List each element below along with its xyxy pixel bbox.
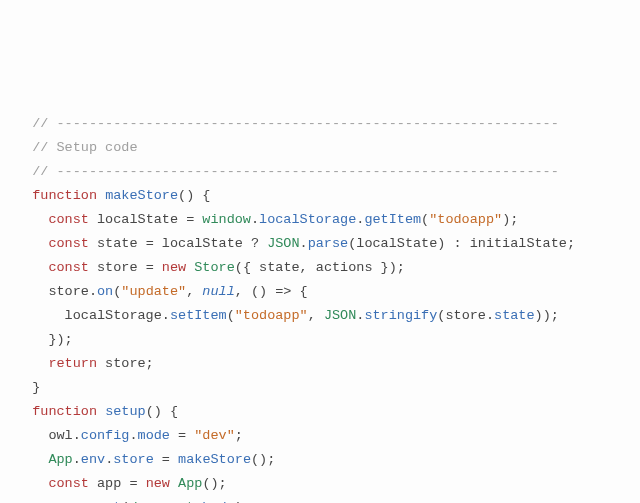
code-token-p: , () => { [235,284,308,299]
code-line: const app = new App(); [16,472,632,496]
code-line: // -------------------------------------… [16,112,632,136]
code-block: // -------------------------------------… [16,112,632,503]
code-line: localStorage.setItem("todoapp", JSON.str… [16,304,632,328]
code-line: const state = localState ? JSON.parse(lo… [16,232,632,256]
code-token-p: (localState) : initialState; [348,236,575,251]
code-token-sp [16,164,32,179]
code-token-pr: env [81,452,105,467]
code-token-kw: function [32,404,97,419]
code-token-p: state = localState ? [89,236,267,251]
code-token-kw: new [146,476,170,491]
code-token-p: , [308,308,324,323]
code-token-p: () { [178,188,210,203]
code-token-sp [16,212,48,227]
code-token-st: "update" [121,284,186,299]
code-token-sp [16,308,65,323]
code-line: app.mount(document.body); [16,496,632,503]
code-line: // Setup code [16,136,632,160]
code-token-p: app = [89,476,146,491]
code-token-sp [16,236,48,251]
code-token-p: ({ state, actions }); [235,260,405,275]
code-token-p: (); [251,452,275,467]
code-token-cl: JSON [324,308,356,323]
code-token-fn: getItem [364,212,421,227]
code-token-st: "dev" [194,428,235,443]
code-token-c: // Setup code [32,140,137,155]
code-token-st: "todoapp" [429,212,502,227]
code-token-pr: state [494,308,535,323]
code-token-sp [16,476,48,491]
code-token-p: (store. [437,308,494,323]
code-token-p: } [32,380,40,395]
code-token-lt: null [202,284,234,299]
code-token-p: ( [227,308,235,323]
code-token-sp [16,284,48,299]
code-token-p [170,476,178,491]
code-line: // -------------------------------------… [16,160,632,184]
code-token-p: owl. [48,428,80,443]
code-token-kw: const [48,236,89,251]
code-token-fn: setup [105,404,146,419]
code-token-p: . [73,452,81,467]
code-token-p [97,188,105,203]
code-token-p: = [170,428,194,443]
code-line: owl.config.mode = "dev"; [16,424,632,448]
code-token-fn: parse [308,236,349,251]
code-token-p: . [251,212,259,227]
code-token-sp [16,332,48,347]
code-token-p: , [186,284,202,299]
code-token-sp [16,356,48,371]
code-token-kw: function [32,188,97,203]
code-token-p: ; [235,428,243,443]
code-token-st: "todoapp" [235,308,308,323]
code-token-pr: config [81,428,130,443]
code-token-sp [16,380,32,395]
code-token-p: )); [535,308,559,323]
code-token-fn: makeStore [178,452,251,467]
code-token-p [97,404,105,419]
code-token-sp [16,404,32,419]
code-token-p: }); [48,332,72,347]
code-token-kw: new [162,260,186,275]
code-token-cl: App [48,452,72,467]
code-token-pr: localStorage [259,212,356,227]
code-token-kw: const [48,476,89,491]
code-line: function setup() { [16,400,632,424]
code-token-kw: const [48,212,89,227]
code-line: const localState = window.localStorage.g… [16,208,632,232]
code-token-fn: makeStore [105,188,178,203]
code-token-pr: store [113,452,154,467]
code-token-sp [16,260,48,275]
code-token-p: . [300,236,308,251]
code-token-c: // -------------------------------------… [32,164,559,179]
code-token-sp [16,188,32,203]
code-line: const store = new Store({ state, actions… [16,256,632,280]
code-token-sp [16,116,32,131]
code-line: function makeStore() { [16,184,632,208]
code-token-cl: window [202,212,251,227]
code-token-sp [16,140,32,155]
code-token-pr: mode [138,428,170,443]
code-token-p: store = [89,260,162,275]
code-token-p: (); [202,476,226,491]
code-token-fn: stringify [364,308,437,323]
code-token-fn: setItem [170,308,227,323]
code-token-sp [16,428,48,443]
code-line: }); [16,328,632,352]
code-token-p: ( [421,212,429,227]
code-token-kw: return [48,356,97,371]
code-token-p: localState = [89,212,202,227]
code-token-cl: App [178,476,202,491]
code-token-p: store; [97,356,154,371]
code-token-p: store. [48,284,97,299]
code-token-p: = [154,452,178,467]
code-line: App.env.store = makeStore(); [16,448,632,472]
code-token-p: () { [146,404,178,419]
code-token-p: . [129,428,137,443]
code-token-sp [16,452,48,467]
code-token-cl: JSON [267,236,299,251]
code-token-fn: on [97,284,113,299]
code-token-kw: const [48,260,89,275]
code-token-cl: Store [194,260,235,275]
code-line: } [16,376,632,400]
